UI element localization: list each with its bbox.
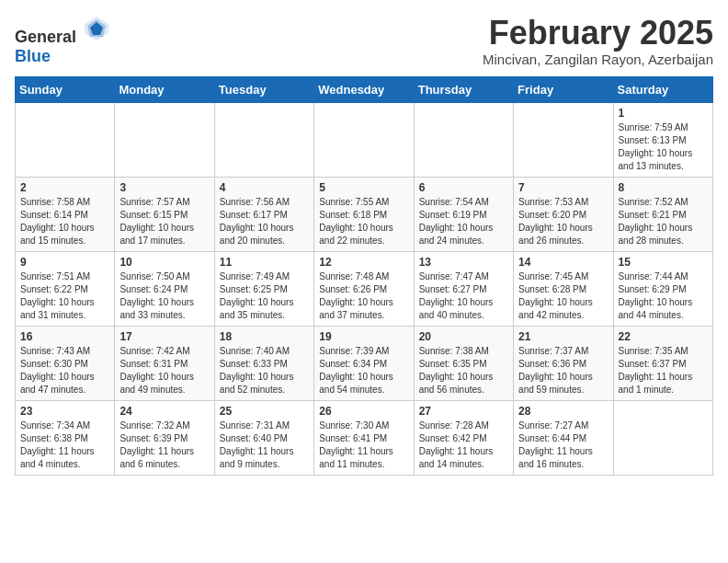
day-number: 15 <box>619 256 708 269</box>
day-header-saturday: Saturday <box>613 76 712 102</box>
calendar-cell: 5Sunrise: 7:55 AM Sunset: 6:18 PM Daylig… <box>314 177 414 251</box>
calendar-cell <box>514 102 613 177</box>
day-number: 27 <box>419 405 508 418</box>
calendar-cell: 23Sunrise: 7:34 AM Sunset: 6:38 PM Dayli… <box>16 400 115 475</box>
day-number: 16 <box>20 330 109 343</box>
day-number: 18 <box>220 330 309 343</box>
day-content: Sunrise: 7:51 AM Sunset: 6:22 PM Dayligh… <box>20 270 109 322</box>
day-number: 8 <box>619 181 708 194</box>
calendar-cell: 7Sunrise: 7:53 AM Sunset: 6:20 PM Daylig… <box>514 177 613 251</box>
calendar-cell: 12Sunrise: 7:48 AM Sunset: 6:26 PM Dayli… <box>314 251 414 326</box>
calendar-cell: 26Sunrise: 7:30 AM Sunset: 6:41 PM Dayli… <box>314 400 414 475</box>
day-content: Sunrise: 7:54 AM Sunset: 6:19 PM Dayligh… <box>419 196 508 247</box>
calendar-cell: 4Sunrise: 7:56 AM Sunset: 6:17 PM Daylig… <box>214 177 313 251</box>
week-row-1: 1Sunrise: 7:59 AM Sunset: 6:13 PM Daylig… <box>16 102 713 177</box>
day-content: Sunrise: 7:39 AM Sunset: 6:34 PM Dayligh… <box>319 345 408 396</box>
week-row-4: 16Sunrise: 7:43 AM Sunset: 6:30 PM Dayli… <box>16 326 713 400</box>
day-content: Sunrise: 7:47 AM Sunset: 6:27 PM Dayligh… <box>419 270 508 322</box>
day-content: Sunrise: 7:30 AM Sunset: 6:41 PM Dayligh… <box>319 419 408 471</box>
day-number: 23 <box>20 405 109 418</box>
day-content: Sunrise: 7:56 AM Sunset: 6:17 PM Dayligh… <box>220 196 309 247</box>
day-content: Sunrise: 7:40 AM Sunset: 6:33 PM Dayligh… <box>220 345 309 396</box>
week-row-5: 23Sunrise: 7:34 AM Sunset: 6:38 PM Dayli… <box>16 400 713 475</box>
calendar-table: SundayMondayTuesdayWednesdayThursdayFrid… <box>15 76 713 476</box>
day-content: Sunrise: 7:52 AM Sunset: 6:21 PM Dayligh… <box>619 196 708 247</box>
day-content: Sunrise: 7:27 AM Sunset: 6:44 PM Dayligh… <box>518 419 608 471</box>
calendar-cell: 3Sunrise: 7:57 AM Sunset: 6:15 PM Daylig… <box>115 177 214 251</box>
calendar-cell: 6Sunrise: 7:54 AM Sunset: 6:19 PM Daylig… <box>414 177 513 251</box>
day-header-wednesday: Wednesday <box>314 76 414 102</box>
calendar-cell <box>16 102 115 177</box>
day-content: Sunrise: 7:43 AM Sunset: 6:30 PM Dayligh… <box>20 345 109 396</box>
logo-blue-text: Blue <box>15 47 51 65</box>
calendar-cell <box>115 102 214 177</box>
location-title: Mincivan, Zangilan Rayon, Azerbaijan <box>483 52 713 67</box>
title-area: February 2025 Mincivan, Zangilan Rayon, … <box>483 15 713 67</box>
day-content: Sunrise: 7:34 AM Sunset: 6:38 PM Dayligh… <box>20 419 109 471</box>
header: General Blue February 2025 Mincivan, Zan… <box>15 15 713 67</box>
day-header-thursday: Thursday <box>414 76 513 102</box>
calendar-cell: 10Sunrise: 7:50 AM Sunset: 6:24 PM Dayli… <box>115 251 214 326</box>
day-number: 1 <box>619 107 708 120</box>
day-content: Sunrise: 7:31 AM Sunset: 6:40 PM Dayligh… <box>220 419 309 471</box>
day-content: Sunrise: 7:48 AM Sunset: 6:26 PM Dayligh… <box>319 270 408 322</box>
calendar-cell: 9Sunrise: 7:51 AM Sunset: 6:22 PM Daylig… <box>16 251 115 326</box>
day-number: 17 <box>119 330 209 343</box>
day-number: 11 <box>220 256 309 269</box>
logo-general-text: General <box>15 28 76 46</box>
day-number: 2 <box>20 181 109 194</box>
calendar-cell: 1Sunrise: 7:59 AM Sunset: 6:13 PM Daylig… <box>613 102 712 177</box>
calendar-cell <box>613 400 712 475</box>
day-number: 21 <box>518 330 608 343</box>
calendar-cell: 24Sunrise: 7:32 AM Sunset: 6:39 PM Dayli… <box>115 400 214 475</box>
day-number: 6 <box>419 181 508 194</box>
calendar-cell: 16Sunrise: 7:43 AM Sunset: 6:30 PM Dayli… <box>16 326 115 400</box>
day-number: 28 <box>518 405 608 418</box>
calendar-cell: 14Sunrise: 7:45 AM Sunset: 6:28 PM Dayli… <box>514 251 613 326</box>
calendar-cell: 25Sunrise: 7:31 AM Sunset: 6:40 PM Dayli… <box>214 400 313 475</box>
day-number: 24 <box>119 405 209 418</box>
calendar-cell: 18Sunrise: 7:40 AM Sunset: 6:33 PM Dayli… <box>214 326 313 400</box>
day-content: Sunrise: 7:44 AM Sunset: 6:29 PM Dayligh… <box>619 270 708 322</box>
logo: General Blue <box>15 15 110 66</box>
week-row-2: 2Sunrise: 7:58 AM Sunset: 6:14 PM Daylig… <box>16 177 713 251</box>
calendar-cell: 21Sunrise: 7:37 AM Sunset: 6:36 PM Dayli… <box>514 326 613 400</box>
day-content: Sunrise: 7:57 AM Sunset: 6:15 PM Dayligh… <box>119 196 209 247</box>
day-content: Sunrise: 7:59 AM Sunset: 6:13 PM Dayligh… <box>619 121 708 173</box>
day-header-sunday: Sunday <box>16 76 115 102</box>
day-number: 9 <box>20 256 109 269</box>
day-content: Sunrise: 7:49 AM Sunset: 6:25 PM Dayligh… <box>220 270 309 322</box>
day-number: 12 <box>319 256 408 269</box>
calendar-cell: 11Sunrise: 7:49 AM Sunset: 6:25 PM Dayli… <box>214 251 313 326</box>
day-content: Sunrise: 7:53 AM Sunset: 6:20 PM Dayligh… <box>518 196 608 247</box>
day-number: 13 <box>419 256 508 269</box>
calendar-cell <box>314 102 414 177</box>
day-number: 19 <box>319 330 408 343</box>
day-number: 4 <box>220 181 309 194</box>
calendar-cell: 15Sunrise: 7:44 AM Sunset: 6:29 PM Dayli… <box>613 251 712 326</box>
day-content: Sunrise: 7:55 AM Sunset: 6:18 PM Dayligh… <box>319 196 408 247</box>
day-content: Sunrise: 7:35 AM Sunset: 6:37 PM Dayligh… <box>619 345 708 396</box>
day-number: 26 <box>319 405 408 418</box>
calendar-cell: 17Sunrise: 7:42 AM Sunset: 6:31 PM Dayli… <box>115 326 214 400</box>
day-content: Sunrise: 7:38 AM Sunset: 6:35 PM Dayligh… <box>419 345 508 396</box>
day-number: 25 <box>220 405 309 418</box>
day-content: Sunrise: 7:42 AM Sunset: 6:31 PM Dayligh… <box>119 345 209 396</box>
day-header-monday: Monday <box>115 76 214 102</box>
day-number: 10 <box>119 256 209 269</box>
calendar-cell <box>214 102 313 177</box>
calendar-cell: 19Sunrise: 7:39 AM Sunset: 6:34 PM Dayli… <box>314 326 414 400</box>
day-content: Sunrise: 7:32 AM Sunset: 6:39 PM Dayligh… <box>119 419 209 471</box>
week-row-3: 9Sunrise: 7:51 AM Sunset: 6:22 PM Daylig… <box>16 251 713 326</box>
day-number: 20 <box>419 330 508 343</box>
day-number: 22 <box>619 330 708 343</box>
day-content: Sunrise: 7:58 AM Sunset: 6:14 PM Dayligh… <box>20 196 109 247</box>
day-number: 5 <box>319 181 408 194</box>
calendar-cell: 22Sunrise: 7:35 AM Sunset: 6:37 PM Dayli… <box>613 326 712 400</box>
day-header-tuesday: Tuesday <box>214 76 313 102</box>
day-number: 7 <box>518 181 608 194</box>
calendar-cell: 28Sunrise: 7:27 AM Sunset: 6:44 PM Dayli… <box>514 400 613 475</box>
calendar-cell: 20Sunrise: 7:38 AM Sunset: 6:35 PM Dayli… <box>414 326 513 400</box>
calendar-cell: 13Sunrise: 7:47 AM Sunset: 6:27 PM Dayli… <box>414 251 513 326</box>
day-number: 3 <box>119 181 209 194</box>
